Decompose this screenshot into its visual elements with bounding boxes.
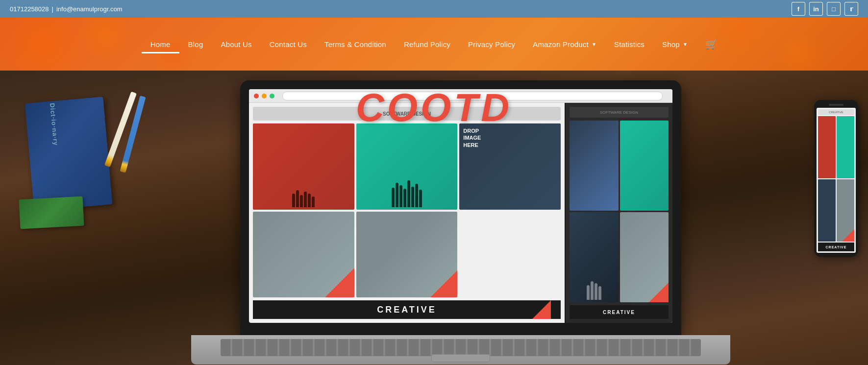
sil-t-4 — [403, 189, 406, 207]
nav-link-home[interactable]: Home — [142, 35, 179, 53]
ts-1 — [587, 285, 590, 300]
sil-t-5 — [407, 180, 410, 207]
facebook-icon[interactable]: f — [792, 2, 805, 16]
phone-cell-teal — [837, 116, 854, 178]
nav-link-terms[interactable]: Terms & Condition — [316, 35, 395, 53]
silhouettes-teal — [359, 180, 455, 207]
nav-link-amazon[interactable]: Amazon Product ▼ — [524, 35, 605, 53]
nav-link-about[interactable]: About Us — [212, 35, 260, 53]
ts-3 — [595, 283, 597, 300]
nav-link-cart[interactable]: 🛒 — [696, 33, 726, 55]
nav-item-privacy[interactable]: Privacy Policy — [459, 35, 524, 53]
cart-icon: 🛒 — [705, 38, 718, 50]
nav-links: Home Blog About Us Contact Us Terms & Co… — [142, 33, 726, 55]
navbar: Home Blog About Us Contact Us Terms & Co… — [0, 18, 868, 71]
pencil-blue — [120, 96, 146, 173]
nav-item-cart[interactable]: 🛒 — [696, 33, 726, 55]
phone-screen: CREATIVE CREATIVE — [817, 108, 856, 253]
email-address: info@enamulprogr.com — [56, 5, 123, 13]
creative-label-phone: CREATIVE — [818, 243, 854, 251]
screen-dot-green — [270, 94, 274, 98]
nav-item-home[interactable]: Home — [142, 35, 179, 53]
nav-link-blog[interactable]: Blog — [179, 35, 212, 53]
sil-4 — [304, 192, 307, 207]
nav-item-amazon[interactable]: Amazon Product ▼ — [524, 35, 605, 53]
grid-cell-teal — [356, 123, 458, 210]
nav-link-statistics[interactable]: Statistics — [605, 35, 653, 53]
top-bar: 01712258028 | info@enamulprogr.com f in … — [0, 0, 868, 18]
nav-item-blog[interactable]: Blog — [179, 35, 212, 53]
nav-item-statistics[interactable]: Statistics — [605, 35, 653, 53]
sil-t-8 — [419, 190, 422, 207]
screen-portfolio-panel: SOFTWARE DESIGN — [249, 103, 565, 323]
shop-dropdown-arrow: ▼ — [683, 42, 688, 47]
room-image — [253, 212, 354, 217]
sil-1 — [292, 194, 295, 207]
phone-number: 01712258028 — [10, 5, 49, 13]
tablet-cell-photo1 — [570, 121, 619, 211]
twitter-icon[interactable]: 𝕣 — [844, 2, 858, 16]
screen-main-content: SOFTWARE DESIGN — [249, 103, 672, 323]
screen-dot-yellow — [262, 94, 267, 98]
sil-t-7 — [415, 184, 418, 207]
sil-2 — [296, 190, 299, 207]
nav-item-refund[interactable]: Refund Policy — [395, 35, 459, 53]
linkedin-icon[interactable]: in — [809, 2, 823, 16]
grid-cell-person — [356, 212, 458, 298]
nav-item-about[interactable]: About Us — [212, 35, 260, 53]
sil-t-6 — [411, 187, 414, 207]
sil-5 — [308, 194, 311, 207]
separator: | — [52, 5, 53, 13]
nav-item-terms[interactable]: Terms & Condition — [316, 35, 395, 53]
tablet-cell-tri — [620, 212, 669, 302]
sil-t-2 — [396, 183, 398, 207]
sil-t-1 — [392, 188, 395, 207]
nav-link-privacy[interactable]: Privacy Policy — [459, 35, 524, 53]
phone-grid — [818, 116, 854, 242]
hero-section: COOTD SOFTWARE DESI — [0, 71, 868, 365]
nav-link-refund[interactable]: Refund Policy — [395, 35, 459, 53]
book-green — [19, 196, 84, 229]
laptop-trackpad — [431, 354, 490, 362]
nav-item-shop[interactable]: Shop ▼ — [653, 35, 696, 53]
grid-cell-gray-tri — [253, 212, 354, 298]
triangle-decoration — [532, 300, 551, 319]
tablet-cell-teal — [620, 121, 669, 211]
contact-info: 01712258028 | info@enamulprogr.com — [10, 5, 123, 13]
tablet-silhouettes — [572, 281, 616, 300]
creative-label-tablet: CREATIVE — [570, 305, 669, 319]
grid-cell-dark-photo: DROPIMAGEHERE — [459, 123, 561, 210]
laptop-keyboard — [221, 339, 701, 356]
sil-6 — [312, 196, 315, 207]
creative-banner-main: CREATIVE — [253, 300, 561, 319]
tablet-grid — [570, 121, 669, 302]
phone-cell-tri — [837, 179, 854, 242]
phone-cell-red — [818, 116, 836, 178]
pencils-decoration — [98, 85, 186, 183]
creative-label-main: CREATIVE — [377, 305, 437, 315]
grid-cell-red — [253, 123, 354, 210]
silhouettes — [255, 190, 352, 207]
phone-device: CREATIVE CREATIVE — [814, 100, 858, 257]
nav-link-contact[interactable]: Contact Us — [261, 35, 316, 53]
ts-4 — [598, 286, 601, 300]
instagram-icon[interactable]: □ — [827, 2, 841, 16]
sil-t-3 — [399, 185, 402, 207]
sil-3 — [300, 195, 303, 207]
screen-portfolio-grid: DROPIMAGEHERE — [253, 123, 561, 297]
nav-item-contact[interactable]: Contact Us — [261, 35, 316, 53]
social-links: f in □ 𝕣 — [792, 2, 858, 16]
laptop-base — [191, 335, 730, 365]
screen-dot-red — [254, 94, 259, 98]
amazon-dropdown-arrow: ▼ — [592, 42, 596, 47]
phone-screen-title: CREATIVE — [818, 109, 854, 115]
phone-speaker — [829, 104, 843, 106]
ts-2 — [591, 281, 594, 300]
nav-link-shop[interactable]: Shop ▼ — [653, 35, 696, 53]
hero-title: COOTD — [356, 85, 512, 130]
tablet-title: SOFTWARE DESIGN — [570, 107, 669, 118]
phone-cell-dark — [818, 179, 836, 242]
tablet-cell-dark — [570, 212, 619, 302]
screen-tablet-panel: SOFTWARE DESIGN — [565, 103, 672, 323]
